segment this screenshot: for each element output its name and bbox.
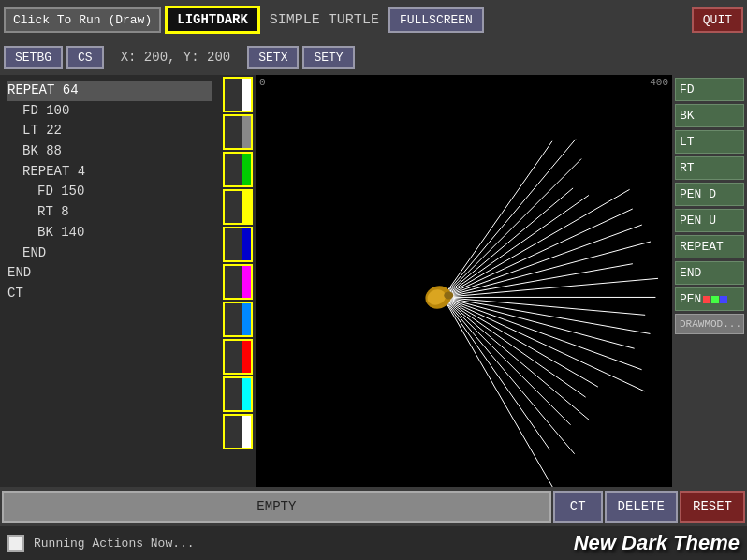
code-line[interactable]: BK 140 xyxy=(7,223,212,243)
ruler-right: 400 xyxy=(650,77,668,90)
code-line[interactable]: CT xyxy=(7,284,212,304)
ruler: 0 400 xyxy=(256,75,672,92)
code-panel: REPEAT 64FD 100LT 22BK 88REPEAT 4FD 150R… xyxy=(0,75,220,487)
sety-button[interactable]: SETY xyxy=(302,46,354,69)
theme-label: New Dark Theme xyxy=(574,531,740,555)
swatch-item[interactable] xyxy=(223,376,253,412)
run-button[interactable]: Click To Run (Draw) xyxy=(4,7,161,33)
code-line[interactable]: END xyxy=(7,263,212,284)
swatch-item[interactable] xyxy=(223,414,253,449)
swatch-color xyxy=(242,378,251,410)
swatch-item[interactable] xyxy=(223,114,253,150)
code-lines: REPEAT 64FD 100LT 22BK 88REPEAT 4FD 150R… xyxy=(7,81,212,304)
lightdark-button[interactable]: LIGHTDARK xyxy=(165,6,260,34)
pen-button[interactable]: PEN xyxy=(675,287,744,311)
second-bar: SETBG CS X: 200, Y: 200 SETX SETY xyxy=(0,39,747,75)
app-title: SIMPLE TURTLE xyxy=(264,12,385,28)
swatch-item[interactable] xyxy=(223,302,253,337)
code-line[interactable]: RT 8 xyxy=(7,202,212,223)
ruler-left: 0 xyxy=(259,77,266,90)
swatch-item[interactable] xyxy=(223,227,253,262)
pen-dot-blue xyxy=(720,296,727,303)
cs-button[interactable]: CS xyxy=(66,46,104,69)
code-line[interactable]: FD 150 xyxy=(7,182,212,202)
quit-button[interactable]: QUIT xyxy=(692,7,743,33)
drawmode-button[interactable]: DRAWMOD... xyxy=(675,314,744,334)
status-text: Running Actions Now... xyxy=(34,537,195,551)
swatch-color xyxy=(242,191,251,223)
code-line[interactable]: FD 100 xyxy=(7,101,212,122)
right-panel: FD BK LT RT PEN D PEN U REPEAT END PEN D… xyxy=(672,75,747,487)
swatch-item[interactable] xyxy=(223,77,253,112)
swatch-item[interactable] xyxy=(223,339,253,375)
code-line[interactable]: BK 88 xyxy=(7,141,212,162)
code-line[interactable]: LT 22 xyxy=(7,121,212,141)
empty-button[interactable]: EMPTY xyxy=(2,491,551,523)
setbg-button[interactable]: SETBG xyxy=(4,46,63,69)
bk-button[interactable]: BK xyxy=(675,104,744,127)
bottom-bar: EMPTY CT DELETE RESET xyxy=(0,487,747,526)
pen-dot-green xyxy=(711,296,719,303)
swatch-color xyxy=(242,303,251,335)
setx-button[interactable]: SETX xyxy=(247,46,299,69)
delete-button[interactable]: DELETE xyxy=(605,491,678,523)
code-line[interactable]: END xyxy=(7,243,212,264)
code-line[interactable]: REPEAT 4 xyxy=(7,162,212,183)
coords-display: X: 200, Y: 200 xyxy=(108,50,244,65)
end-button[interactable]: END xyxy=(675,261,744,285)
top-bar: Click To Run (Draw) LIGHTDARK SIMPLE TUR… xyxy=(0,0,747,39)
fd-button[interactable]: FD xyxy=(675,78,744,101)
swatch-color xyxy=(242,154,251,185)
swatch-item[interactable] xyxy=(223,264,253,300)
ct-button[interactable]: CT xyxy=(553,491,603,523)
reset-button[interactable]: RESET xyxy=(680,491,745,523)
status-checkbox[interactable] xyxy=(7,535,24,552)
swatch-color xyxy=(242,228,251,260)
lt-button[interactable]: LT xyxy=(675,130,744,154)
rt-button[interactable]: RT xyxy=(675,156,744,180)
swatch-color xyxy=(242,116,251,148)
penu-button[interactable]: PEN U xyxy=(675,209,744,232)
repeat-button[interactable]: REPEAT xyxy=(675,235,744,258)
swatch-color xyxy=(242,416,251,448)
swatches-column xyxy=(220,75,256,487)
canvas-area[interactable]: 0 400 xyxy=(256,75,672,487)
swatch-item[interactable] xyxy=(223,152,253,187)
swatch-color xyxy=(242,266,251,298)
pen-dot-red xyxy=(703,296,710,303)
status-bar: Running Actions Now... New Dark Theme xyxy=(0,526,747,560)
swatch-color xyxy=(242,341,251,373)
main-area: REPEAT 64FD 100LT 22BK 88REPEAT 4FD 150R… xyxy=(0,75,747,487)
pen-color-swatches xyxy=(703,296,727,303)
code-line[interactable]: REPEAT 64 xyxy=(7,81,212,101)
fullscreen-button[interactable]: FULLSCREEN xyxy=(388,7,484,33)
swatch-color xyxy=(242,79,251,111)
turtle-canvas xyxy=(256,92,672,487)
pend-button[interactable]: PEN D xyxy=(675,183,744,206)
swatch-item[interactable] xyxy=(223,189,253,225)
